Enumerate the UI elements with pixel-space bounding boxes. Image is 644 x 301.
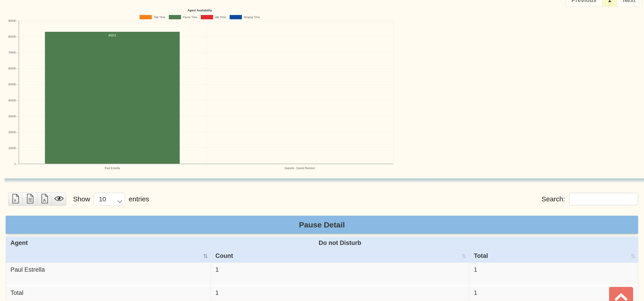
y-axis-tick: 30000 xyxy=(0,115,16,118)
idle-time-swatch-icon xyxy=(201,15,213,19)
pdf-file-icon: A xyxy=(40,194,49,205)
x-axis-label-paul-estrella: Paul Estrella xyxy=(104,166,120,170)
legend-label: Talk Time xyxy=(154,16,165,19)
page-length-control: Show 10 entries xyxy=(73,193,149,206)
report-page: Previous 1 Next Agent Availability Talk … xyxy=(0,0,644,301)
chevron-up-icon xyxy=(614,293,628,301)
column-header-row: ⇅ Count ⇅ Total ⇅ xyxy=(6,250,638,263)
total-label-cell: Total xyxy=(6,285,211,300)
csv-export-button[interactable] xyxy=(23,192,37,206)
eye-icon xyxy=(54,195,64,203)
count-cell: 1 xyxy=(211,263,469,285)
legend-item-pause-time[interactable]: Pause Time xyxy=(169,15,197,19)
pause-detail-table: Agent Do not Disturb ⇅ Count ⇅ Total ⇅ xyxy=(6,236,638,300)
empty-group-header xyxy=(469,237,638,250)
excel-file-icon: x xyxy=(11,194,20,205)
total-cell: 1 xyxy=(469,263,638,285)
next-page-button[interactable]: Next xyxy=(617,0,642,6)
chart-title: Agent Availability xyxy=(0,9,400,12)
legend-item-wrapup-time[interactable]: Wrapup Time xyxy=(230,15,260,19)
wrapup-time-swatch-icon xyxy=(230,15,242,19)
total-row: Total 1 1 xyxy=(6,285,638,300)
column-visibility-button[interactable] xyxy=(52,192,66,206)
show-label: Show xyxy=(73,195,90,203)
agent-availability-chart: Agent Availability Talk Time Pause Time … xyxy=(0,0,400,177)
table-controls: x A xyxy=(8,192,638,206)
search-input[interactable] xyxy=(569,193,638,205)
svg-text:A: A xyxy=(43,198,46,203)
plot-area: 83212 xyxy=(18,21,394,164)
column-label: Count xyxy=(215,252,233,259)
entries-label: entries xyxy=(129,195,149,203)
y-axis-tick: 40000 xyxy=(0,99,16,102)
search-control: Search: xyxy=(542,193,638,205)
panel-shadow-divider xyxy=(4,178,644,184)
pagination: Previous 1 Next xyxy=(565,0,642,7)
pause-time-swatch-icon xyxy=(169,15,181,19)
text-file-icon xyxy=(26,194,34,205)
y-axis-tick: 0 xyxy=(0,162,16,166)
y-axis-tick: 60000 xyxy=(0,67,16,70)
legend-label: Wrapup Time xyxy=(244,16,260,19)
total-count-cell: 1 xyxy=(211,285,469,300)
total-column-header[interactable]: Total ⇅ xyxy=(469,250,638,263)
x-axis-label-soporte-daniel-ramirez: Soporte - Daniel Ramirez xyxy=(284,166,315,170)
search-label: Search: xyxy=(542,195,565,203)
pause-detail-header: Pause Detail xyxy=(6,216,638,234)
table-row[interactable]: Paul Estrella 1 1 xyxy=(6,263,638,285)
gridline xyxy=(206,21,206,164)
y-axis-tick: 80000 xyxy=(0,35,16,38)
previous-page-button[interactable]: Previous xyxy=(566,0,602,6)
column-label: Total xyxy=(474,252,488,259)
count-column-header[interactable]: Count ⇅ xyxy=(211,250,469,263)
y-axis-tick: 50000 xyxy=(0,83,16,86)
scroll-to-top-button[interactable] xyxy=(609,287,633,301)
agent-cell: Paul Estrella xyxy=(6,263,211,285)
do-not-disturb-group-header: Do not Disturb xyxy=(211,237,469,250)
excel-export-button[interactable]: x xyxy=(8,192,23,206)
group-header-row: Agent Do not Disturb xyxy=(6,237,638,250)
legend-item-talk-time[interactable]: Talk Time xyxy=(140,15,165,19)
svg-text:x: x xyxy=(14,198,16,202)
y-axis-tick: 20000 xyxy=(0,131,16,134)
y-axis-tick: 70000 xyxy=(0,51,16,54)
sort-icon[interactable]: ⇅ xyxy=(203,253,208,259)
export-button-group: x A xyxy=(8,192,66,206)
bar-value-label: 83212 xyxy=(45,34,180,37)
legend-label: Idle Time xyxy=(215,16,226,19)
sort-icon[interactable]: ⇅ xyxy=(630,253,636,259)
agent-column-header[interactable]: ⇅ xyxy=(6,250,211,263)
agent-group-header: Agent xyxy=(6,237,211,250)
talk-time-swatch-icon xyxy=(140,15,152,19)
current-page-button[interactable]: 1 xyxy=(602,0,617,6)
sort-icon[interactable]: ⇅ xyxy=(462,253,466,259)
legend-item-idle-time[interactable]: Idle Time xyxy=(201,15,226,19)
y-axis-tick: 90000 xyxy=(0,19,16,22)
pdf-export-button[interactable]: A xyxy=(37,192,52,206)
pause-time-bar-paul-estrella[interactable]: 83212 xyxy=(45,32,180,164)
y-axis-tick: 10000 xyxy=(0,147,16,150)
page-length-select[interactable]: 10 xyxy=(94,193,125,206)
chart-legend: Talk Time Pause Time Idle Time Wrapup Ti… xyxy=(0,15,400,19)
legend-label: Pause Time xyxy=(183,16,197,19)
